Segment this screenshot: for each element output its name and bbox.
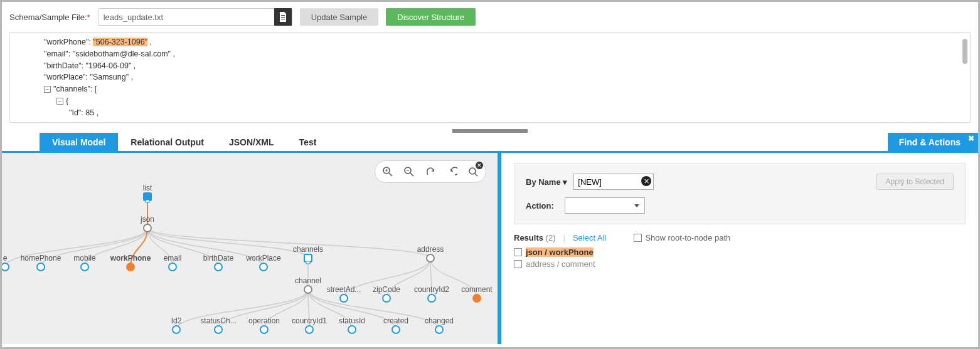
- json-line: −"channels": [: [33, 83, 947, 95]
- svg-point-25: [215, 263, 222, 271]
- svg-rect-10: [144, 193, 151, 201]
- svg-text:channel: channel: [295, 276, 321, 285]
- discover-structure-button[interactable]: Discover Structure: [386, 8, 476, 26]
- tree-toggle-icon[interactable]: −: [56, 98, 63, 105]
- select-all-link[interactable]: Select All: [573, 233, 606, 242]
- graph-node-list[interactable]: list: [143, 184, 152, 202]
- tabs-row: Visual ModelRelational OutputJSON/XMLTes…: [2, 133, 978, 153]
- scrollbar-thumb[interactable]: [962, 39, 967, 64]
- graph-node-streetAd[interactable]: streetAd...: [327, 285, 361, 302]
- graph-node-countryId2[interactable]: countryId2: [414, 285, 449, 302]
- graph-svg: listjsonehomePhonemobileworkPhoneemailbi…: [2, 153, 501, 344]
- close-icon[interactable]: ✖: [968, 134, 974, 143]
- results-header: Results (2) | Select All Show root-to-no…: [514, 233, 966, 242]
- svg-text:address: address: [417, 245, 444, 254]
- json-line: "workPlace": "Samsung" ,: [33, 71, 947, 83]
- svg-text:streetAd...: streetAd...: [327, 285, 361, 294]
- show-root-checkbox[interactable]: [634, 234, 642, 242]
- graph-node-json[interactable]: json: [140, 215, 154, 232]
- tab-json-xml[interactable]: JSON/XML: [216, 133, 287, 151]
- chevron-down-icon[interactable]: ▾: [563, 177, 567, 187]
- show-root-label: Show root-to-node path: [645, 233, 730, 242]
- main-split: ✕ listjsonehomePhonemobileworkPhoneemail…: [2, 153, 978, 344]
- graph-node-channel[interactable]: channel: [295, 276, 321, 293]
- svg-rect-29: [304, 254, 312, 262]
- json-preview-pane: "workPhone": "506-323-1096" ,"email": "s…: [9, 32, 971, 123]
- graph-node-workPhone[interactable]: workPhone: [110, 254, 151, 271]
- action-select[interactable]: [565, 197, 645, 214]
- svg-text:workPhone: workPhone: [110, 254, 151, 263]
- svg-text:birthDate: birthDate: [203, 254, 234, 263]
- find-actions-panel: By Name ▾ ✕ Action: Apply to Selected Re…: [501, 153, 978, 344]
- svg-text:statusId: statusId: [339, 316, 365, 325]
- graph-node-workPlace[interactable]: workPlace: [245, 254, 281, 271]
- svg-text:mobile: mobile: [73, 254, 96, 263]
- json-line: "birthDate": "1964-06-09" ,: [33, 60, 947, 72]
- svg-text:created: created: [383, 316, 408, 325]
- svg-point-23: [169, 263, 176, 271]
- graph-node-mobile[interactable]: mobile: [73, 254, 96, 271]
- svg-text:countryId2: countryId2: [414, 285, 449, 294]
- tab-test[interactable]: Test: [287, 133, 329, 151]
- tab-relational-output[interactable]: Relational Output: [118, 133, 216, 151]
- svg-text:workPlace: workPlace: [245, 254, 281, 263]
- update-sample-button[interactable]: Update Sample: [300, 8, 379, 26]
- result-checkbox[interactable]: [514, 248, 522, 256]
- svg-text:statusCh...: statusCh...: [200, 316, 236, 325]
- graph-node-address[interactable]: address: [417, 245, 444, 262]
- result-item[interactable]: json / workPhone: [514, 247, 966, 257]
- graph-node-Id2[interactable]: Id2: [171, 316, 182, 333]
- svg-point-32: [427, 254, 434, 262]
- visual-model-canvas[interactable]: ✕ listjsonehomePhonemobileworkPhoneemail…: [2, 153, 501, 344]
- graph-node-email[interactable]: email: [164, 254, 182, 271]
- graph-node-operation[interactable]: operation: [248, 316, 280, 333]
- find-actions-form: By Name ▾ ✕ Action: Apply to Selected: [514, 163, 966, 224]
- json-line: "workPhone": "506-323-1096" ,: [33, 36, 947, 48]
- result-checkbox[interactable]: [514, 260, 522, 268]
- svg-text:list: list: [143, 184, 152, 192]
- svg-text:homePhone: homePhone: [21, 254, 61, 263]
- graph-node-created[interactable]: created: [383, 316, 408, 333]
- svg-rect-11: [146, 200, 149, 202]
- svg-text:comment: comment: [461, 285, 493, 294]
- tree-toggle-icon[interactable]: −: [44, 86, 51, 93]
- svg-point-46: [392, 326, 400, 333]
- svg-point-36: [173, 326, 180, 333]
- svg-point-42: [306, 326, 313, 333]
- svg-point-44: [348, 326, 356, 333]
- svg-point-40: [260, 326, 268, 333]
- svg-text:channels: channels: [293, 245, 323, 254]
- svg-text:email: email: [164, 254, 182, 263]
- graph-node-statusId[interactable]: statusId: [339, 316, 365, 333]
- graph-node-channels[interactable]: channels: [293, 245, 323, 264]
- svg-point-54: [428, 294, 435, 302]
- graph-node-changed[interactable]: changed: [425, 316, 454, 333]
- schema-file-label: Schema/Sample File:*: [9, 13, 90, 22]
- json-line: "Id": 85 ,: [33, 107, 947, 119]
- svg-point-56: [473, 294, 481, 302]
- graph-node-statusCh[interactable]: statusCh...: [200, 316, 236, 333]
- svg-text:e: e: [3, 254, 8, 263]
- graph-node-countryId1[interactable]: countryId1: [292, 316, 327, 333]
- svg-point-38: [215, 326, 222, 333]
- svg-text:changed: changed: [425, 316, 454, 325]
- schema-file-input[interactable]: [99, 13, 274, 22]
- apply-to-selected-button[interactable]: Apply to Selected: [876, 174, 954, 190]
- graph-node-comment[interactable]: comment: [461, 285, 493, 302]
- svg-point-13: [144, 224, 151, 232]
- svg-text:operation: operation: [248, 316, 280, 325]
- json-line: −{: [33, 95, 947, 107]
- action-label: Action:: [526, 201, 558, 211]
- svg-point-21: [127, 263, 134, 271]
- graph-node-zipCode[interactable]: zipCode: [373, 285, 400, 302]
- json-line: "email": "ssidebotham@dle-sal.com" ,: [33, 48, 947, 60]
- file-icon[interactable]: [274, 8, 292, 26]
- svg-text:zipCode: zipCode: [373, 285, 400, 294]
- find-actions-panel-header[interactable]: Find & Actions ✖: [888, 133, 978, 151]
- schema-file-input-group: [98, 8, 292, 26]
- graph-node-homePhone[interactable]: homePhone: [21, 254, 61, 271]
- result-item[interactable]: address / comment: [514, 259, 966, 269]
- graph-node-birthDate[interactable]: birthDate: [203, 254, 234, 271]
- tab-visual-model[interactable]: Visual Model: [40, 133, 118, 151]
- svg-point-52: [383, 294, 390, 302]
